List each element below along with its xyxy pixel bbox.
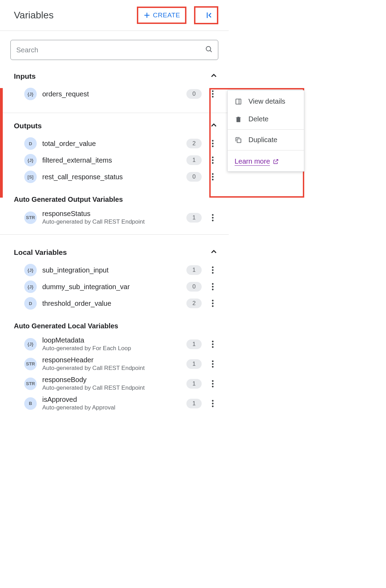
external-link-icon (273, 158, 279, 165)
svg-point-31 (212, 346, 214, 348)
svg-point-35 (212, 380, 214, 382)
svg-point-12 (212, 159, 214, 161)
svg-point-23 (212, 283, 214, 285)
usage-count: 2 (186, 139, 202, 148)
learn-more-link[interactable]: Learn more (235, 157, 270, 166)
row-menu-button[interactable] (207, 378, 218, 389)
usage-count: 1 (186, 265, 202, 275)
menu-learn-more[interactable]: Learn more (228, 152, 304, 169)
duplicate-icon (235, 136, 242, 144)
svg-point-15 (212, 176, 214, 178)
svg-point-11 (212, 157, 214, 158)
variable-subtitle: Auto-generated by Call REST Endpoint (42, 218, 181, 225)
chevron-up-icon (209, 121, 218, 131)
svg-point-32 (212, 360, 214, 362)
svg-point-14 (212, 173, 214, 175)
row-menu-button[interactable] (207, 138, 218, 149)
svg-point-38 (212, 400, 214, 401)
variable-name: responseStatus (42, 210, 181, 218)
usage-count: 0 (186, 282, 202, 292)
variable-subtitle: Auto-generated by Approval (42, 404, 181, 411)
section-header-locals[interactable]: Local Variables (14, 243, 218, 262)
usage-count: 1 (186, 359, 202, 369)
chevron-up-icon (209, 71, 218, 81)
svg-point-39 (212, 403, 214, 404)
usage-count: 0 (186, 172, 202, 182)
create-button-label: CREATE (153, 11, 180, 19)
svg-point-5 (212, 90, 214, 92)
svg-point-3 (206, 46, 211, 51)
svg-point-29 (212, 340, 214, 342)
menu-item-delete[interactable]: Delete (228, 110, 304, 128)
menu-item-label: Delete (248, 115, 269, 123)
variable-subtitle: Auto-generated by Call REST Endpoint (42, 384, 181, 391)
variable-row[interactable]: STR responseBody Auto-generated by Call … (14, 374, 218, 394)
menu-item-duplicate[interactable]: Duplicate (228, 131, 304, 149)
variable-name: isApproved (42, 396, 181, 404)
svg-point-16 (212, 179, 214, 181)
search-icon (205, 45, 213, 55)
variable-row[interactable]: {J} loopMetadata Auto-generated by For E… (14, 334, 218, 354)
row-menu-button[interactable] (207, 339, 218, 350)
row-menu-button[interactable] (207, 265, 218, 276)
svg-point-22 (212, 272, 214, 274)
svg-point-18 (212, 217, 214, 218)
variable-row[interactable]: STR responseHeader Auto-generated by Cal… (14, 354, 218, 374)
variable-row[interactable]: D total_order_value 2 (14, 135, 218, 152)
row-menu-button[interactable] (207, 358, 218, 370)
type-badge-double: D (24, 137, 37, 150)
variable-row[interactable]: {J} filtered_external_items 1 (14, 152, 218, 168)
row-menu-button[interactable] (207, 298, 218, 309)
svg-point-24 (212, 286, 214, 288)
search-field[interactable] (10, 40, 218, 60)
variable-name: threshold_order_value (42, 300, 181, 308)
variable-row[interactable]: [S] rest_call_response_status 0 (14, 168, 218, 185)
variable-row[interactable]: D threshold_order_value 2 (14, 295, 218, 312)
section-header-outputs[interactable]: Outputs (14, 116, 218, 135)
chevron-up-icon (209, 247, 218, 258)
svg-point-19 (212, 219, 214, 221)
variable-row[interactable]: {J} dummy_sub_integration_var 0 (14, 278, 218, 295)
row-menu-button[interactable] (207, 212, 218, 223)
type-badge-string: STR (24, 378, 37, 390)
page-title: Variables (14, 10, 137, 21)
variable-name: responseBody (42, 376, 181, 384)
svg-rect-43 (237, 139, 241, 142)
menu-item-label: View details (248, 97, 285, 105)
row-menu-button[interactable] (207, 88, 218, 100)
variable-row[interactable]: B isApproved Auto-generated by Approval … (14, 394, 218, 413)
svg-point-21 (212, 269, 214, 271)
svg-point-40 (212, 405, 214, 407)
variable-name: sub_integration_input (42, 266, 181, 274)
svg-point-36 (212, 383, 214, 384)
variable-name: loopMetadata (42, 336, 181, 344)
section-title: Local Variables (14, 248, 209, 257)
row-menu-button[interactable] (207, 171, 218, 182)
panel-header: Variables CREATE (0, 0, 229, 31)
menu-divider (228, 129, 304, 130)
annotation-highlight (0, 88, 3, 198)
svg-point-28 (212, 305, 214, 307)
svg-point-27 (212, 303, 214, 304)
row-menu-button[interactable] (207, 398, 218, 409)
usage-count: 2 (186, 299, 202, 308)
svg-line-4 (210, 50, 212, 52)
variable-row[interactable]: {J} sub_integration_input 1 (14, 262, 218, 278)
collapse-panel-button[interactable] (202, 8, 217, 23)
row-menu-button[interactable] (207, 281, 218, 292)
row-menu-button[interactable] (207, 155, 218, 166)
type-badge-double: D (24, 297, 37, 310)
search-input[interactable] (16, 46, 205, 54)
svg-point-9 (212, 143, 214, 145)
menu-item-view-details[interactable]: View details (228, 93, 304, 110)
subsection-title: Auto Generated Output Variables (14, 185, 218, 208)
variable-row[interactable]: STR responseStatus Auto-generated by Cal… (14, 208, 218, 227)
menu-item-label: Duplicate (248, 136, 277, 144)
create-button[interactable]: CREATE (138, 8, 185, 23)
variable-row[interactable]: {J} orders_request 0 (14, 86, 218, 102)
svg-point-33 (212, 363, 214, 365)
section-title: Inputs (14, 72, 209, 80)
svg-point-7 (212, 96, 214, 98)
usage-count: 1 (186, 213, 202, 223)
section-header-inputs[interactable]: Inputs (14, 67, 218, 86)
